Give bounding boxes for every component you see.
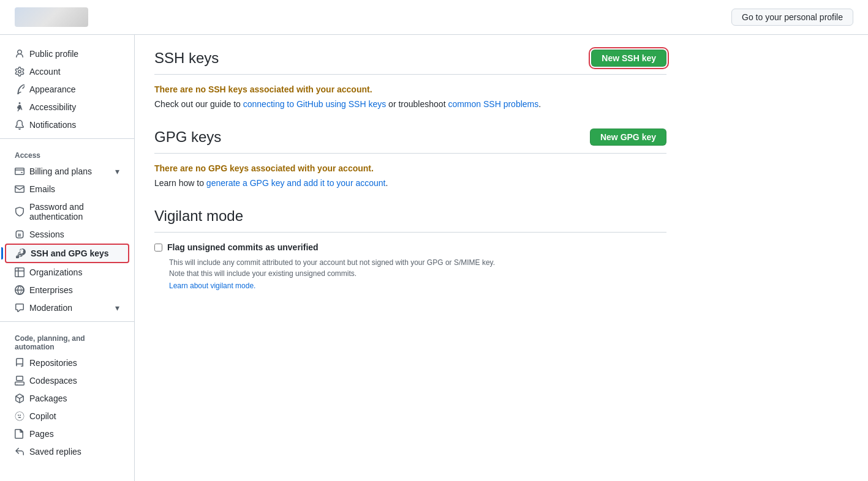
sidebar-item-label: Saved replies — [29, 447, 81, 457]
reply-icon — [15, 447, 25, 457]
sidebar-item-label: Pages — [29, 429, 54, 439]
globe-icon — [15, 285, 25, 295]
sidebar-item-codespaces[interactable]: Codespaces — [5, 372, 129, 389]
sidebar-item-label: Organizations — [29, 267, 82, 277]
sidebar-item-label: Packages — [29, 393, 67, 403]
sidebar: Public profile Account Appearance Access… — [0, 35, 135, 481]
sidebar-item-public-profile[interactable]: Public profile — [5, 45, 129, 62]
vigilant-mode-section: Vigilant mode Flag unsigned commits as u… — [154, 207, 666, 290]
gpg-learn-text: Learn how to generate a GPG key and add … — [154, 178, 666, 188]
sidebar-item-account[interactable]: Account — [5, 63, 129, 80]
sidebar-item-pages[interactable]: Pages — [5, 425, 129, 442]
sidebar-item-password[interactable]: Password and authentication — [5, 198, 129, 225]
sidebar-item-label: Codespaces — [29, 376, 77, 386]
sidebar-item-label: Copilot — [29, 411, 56, 421]
gpg-no-keys-message: There are no GPG keys associated with yo… — [154, 163, 666, 173]
access-section-label: Access — [0, 144, 134, 162]
mail-icon — [15, 184, 25, 194]
gpg-keys-title: GPG keys — [154, 129, 221, 146]
sidebar-item-sessions[interactable]: Sessions — [5, 226, 129, 243]
sidebar-item-label: Public profile — [29, 49, 78, 59]
codespaces-icon — [15, 376, 25, 386]
sidebar-item-label: Repositories — [29, 358, 77, 368]
sidebar-item-packages[interactable]: Packages — [5, 390, 129, 407]
sidebar-item-label: Emails — [29, 184, 55, 194]
sidebar-item-moderation[interactable]: Moderation ▾ — [5, 299, 129, 316]
sidebar-item-appearance[interactable]: Appearance — [5, 81, 129, 98]
sidebar-divider-2 — [0, 321, 134, 322]
chevron-down-icon: ▾ — [115, 166, 119, 176]
key-icon — [16, 248, 26, 258]
sidebar-item-ssh-gpg[interactable]: SSH and GPG keys — [5, 244, 129, 263]
vigilant-desc-line1: This will include any commit attributed … — [169, 257, 666, 268]
sidebar-item-label: Account — [29, 67, 61, 76]
creditcard-icon — [15, 166, 25, 176]
ssh-keys-title: SSH keys — [154, 50, 219, 67]
pages-icon — [15, 429, 25, 439]
sidebar-item-label: Enterprises — [29, 285, 73, 295]
sidebar-item-label: SSH and GPG keys — [31, 248, 109, 258]
sidebar-item-label: Appearance — [29, 84, 76, 94]
sidebar-item-billing[interactable]: Billing and plans ▾ — [5, 163, 129, 180]
ssh-guide-text-before: Check out our guide to — [154, 99, 243, 109]
gpg-learn-text-after: . — [385, 178, 388, 188]
ssh-guide-link2[interactable]: common SSH problems — [448, 99, 538, 109]
ssh-no-keys-message: There are no SSH keys associated with yo… — [154, 84, 666, 94]
ssh-guide-text: Check out our guide to connecting to Git… — [154, 99, 666, 109]
sidebar-item-label: Billing and plans — [29, 166, 92, 176]
package-icon — [15, 393, 25, 403]
ssh-guide-text-after: . — [538, 99, 541, 109]
person-icon — [15, 49, 25, 59]
main-content: SSH keys New SSH key There are no SSH ke… — [135, 35, 686, 481]
accessibility-icon — [15, 102, 25, 112]
paintbrush-icon — [15, 84, 25, 94]
new-gpg-key-button[interactable]: New GPG key — [590, 129, 666, 146]
vigilant-checkbox[interactable] — [154, 244, 162, 252]
vigilant-checkbox-label[interactable]: Flag unsigned commits as unverified — [167, 242, 319, 252]
personal-profile-button[interactable]: Go to your personal profile — [731, 9, 853, 26]
sidebar-item-copilot[interactable]: Copilot — [5, 408, 129, 425]
sidebar-item-emails[interactable]: Emails — [5, 181, 129, 198]
sidebar-divider — [0, 138, 134, 139]
sidebar-item-notifications[interactable]: Notifications — [5, 116, 129, 133]
shield-icon — [15, 207, 25, 217]
table-icon — [15, 267, 25, 277]
ssh-keys-header: SSH keys New SSH key — [154, 50, 666, 75]
sidebar-item-accessibility[interactable]: Accessibility — [5, 99, 129, 116]
vigilant-mode-header: Vigilant mode — [154, 207, 666, 233]
page-layout: Public profile Account Appearance Access… — [0, 35, 868, 481]
sidebar-item-label: Notifications — [29, 120, 76, 130]
sidebar-item-repositories[interactable]: Repositories — [5, 354, 129, 371]
sidebar-item-label: Password and authentication — [29, 202, 119, 222]
sidebar-item-label: Sessions — [29, 229, 64, 239]
code-section-label: Code, planning, and automation — [0, 327, 134, 354]
ssh-guide-text-middle: or troubleshoot — [386, 99, 448, 109]
chevron-down-icon: ▾ — [115, 303, 119, 313]
top-bar: Go to your personal profile — [0, 0, 868, 35]
new-ssh-key-button[interactable]: New SSH key — [591, 50, 666, 67]
sidebar-item-label: Moderation — [29, 303, 72, 313]
gpg-learn-text-before: Learn how to — [154, 178, 206, 188]
gpg-keys-section: GPG keys New GPG key There are no GPG ke… — [154, 129, 666, 188]
sidebar-item-enterprises[interactable]: Enterprises — [5, 282, 129, 299]
comment-icon — [15, 303, 25, 313]
sidebar-item-organizations[interactable]: Organizations — [5, 264, 129, 281]
ssh-guide-link1[interactable]: connecting to GitHub using SSH keys — [243, 99, 386, 109]
repo-icon — [15, 358, 25, 368]
broadcast-icon — [15, 229, 25, 239]
sidebar-item-label: Accessibility — [29, 102, 76, 112]
logo — [15, 7, 88, 27]
bell-icon — [15, 120, 25, 130]
vigilant-learn-link[interactable]: Learn about vigilant mode. — [169, 282, 666, 290]
vigilant-mode-title: Vigilant mode — [154, 207, 243, 225]
gpg-learn-link[interactable]: generate a GPG key and add it to your ac… — [206, 178, 386, 188]
vigilant-desc-line2: Note that this will include your existin… — [169, 268, 666, 279]
copilot-icon — [15, 411, 25, 421]
gear-icon — [15, 67, 25, 76]
sidebar-item-saved-replies[interactable]: Saved replies — [5, 443, 129, 460]
gpg-keys-header: GPG keys New GPG key — [154, 129, 666, 154]
ssh-keys-section: SSH keys New SSH key There are no SSH ke… — [154, 50, 666, 109]
vigilant-checkbox-row: Flag unsigned commits as unverified — [154, 242, 666, 252]
